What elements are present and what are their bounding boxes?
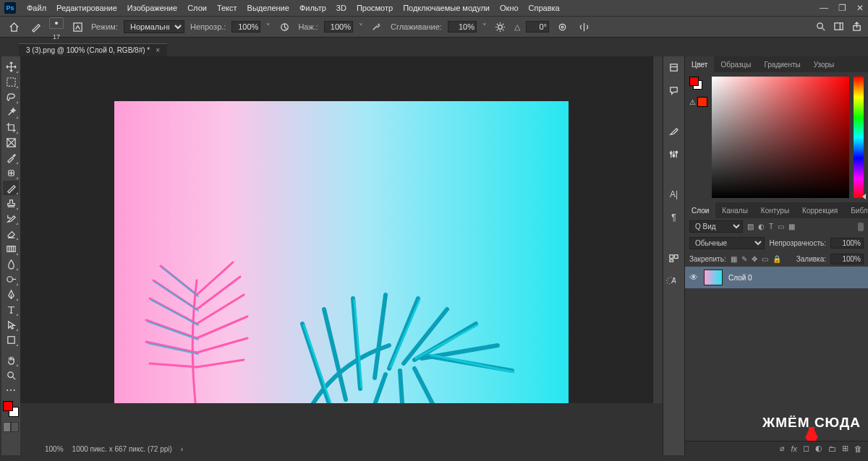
- lock-transp-icon[interactable]: ▦: [731, 255, 737, 263]
- panel-icon-styles[interactable]: ꙰A: [666, 275, 682, 288]
- history-brush-tool[interactable]: [3, 211, 19, 225]
- filter-image-icon[interactable]: ▧: [747, 223, 754, 231]
- close-icon[interactable]: ✕: [856, 3, 864, 13]
- lock-all-icon[interactable]: 🔒: [773, 255, 781, 263]
- menu-edit[interactable]: Редактирование: [51, 4, 122, 12]
- document-tab[interactable]: 3 (3).png @ 100% (Слой 0, RGB/8#) * ×: [19, 43, 167, 56]
- group-icon[interactable]: 🗀: [828, 444, 836, 453]
- gradient-tool[interactable]: [3, 241, 19, 256]
- type-tool[interactable]: [3, 302, 19, 316]
- brush-panel-icon[interactable]: [69, 19, 85, 35]
- lock-paint-icon[interactable]: ✎: [741, 255, 747, 263]
- brush-tool[interactable]: [3, 181, 19, 195]
- minimize-icon[interactable]: —: [820, 3, 828, 13]
- menu-layers[interactable]: Слои: [182, 4, 212, 12]
- tab-libraries[interactable]: Библиотеки: [844, 202, 868, 218]
- layer-opacity-input[interactable]: [830, 238, 864, 249]
- filter-adjust-icon[interactable]: ◐: [758, 223, 765, 231]
- panel-icon-char[interactable]: A|: [666, 188, 682, 201]
- layer-filter-select[interactable]: Q Вид: [689, 220, 743, 233]
- gamut-warn-swatch[interactable]: [697, 97, 707, 107]
- adjustment-layer-icon[interactable]: ◐: [815, 444, 822, 453]
- lasso-tool[interactable]: [3, 90, 19, 104]
- filter-shape-icon[interactable]: ▭: [778, 223, 784, 231]
- delete-layer-icon[interactable]: 🗑: [854, 444, 862, 453]
- mask-icon[interactable]: ◻: [803, 444, 809, 453]
- hand-tool[interactable]: [3, 353, 19, 367]
- panel-icon-brushes[interactable]: [666, 124, 682, 137]
- tab-color[interactable]: Цвет: [685, 56, 714, 72]
- panel-icon-paragraph[interactable]: ¶: [666, 211, 682, 224]
- panel-icon-history[interactable]: [666, 61, 682, 74]
- color-field[interactable]: [712, 77, 849, 198]
- share-icon[interactable]: [851, 21, 862, 33]
- doc-info-chevron[interactable]: ›: [181, 445, 183, 453]
- layer-filter-icons[interactable]: ▧ ◐ T ▭ ▦: [747, 223, 795, 231]
- blend-mode-select[interactable]: Нормальный: [124, 20, 184, 33]
- tab-paths[interactable]: Контуры: [754, 202, 796, 218]
- eyedropper-tool[interactable]: [3, 150, 19, 165]
- vertical-scrollbar[interactable]: [652, 56, 663, 403]
- color-swatches[interactable]: [3, 401, 19, 417]
- symmetry-icon[interactable]: [576, 19, 592, 35]
- crop-tool[interactable]: [3, 120, 19, 134]
- layer-name[interactable]: Слой 0: [728, 274, 752, 282]
- shape-tool[interactable]: [3, 332, 19, 347]
- move-tool[interactable]: [3, 59, 19, 74]
- tab-gradients[interactable]: Градиенты: [757, 56, 807, 72]
- eraser-tool[interactable]: [3, 226, 19, 241]
- menu-text[interactable]: Текст: [212, 4, 242, 12]
- smooth-settings-icon[interactable]: [493, 19, 509, 35]
- foreground-swatch[interactable]: [3, 401, 13, 411]
- lock-pos-icon[interactable]: ✥: [752, 255, 757, 263]
- screen-mode-toggle[interactable]: [3, 422, 19, 432]
- menu-window[interactable]: Окно: [495, 4, 524, 12]
- menu-image[interactable]: Изображение: [122, 4, 182, 12]
- menu-3d[interactable]: 3D: [331, 4, 352, 12]
- angle-input[interactable]: [526, 21, 549, 33]
- picker-swatches[interactable]: [689, 77, 702, 90]
- healing-tool[interactable]: [3, 165, 19, 180]
- layer-thumb[interactable]: [704, 270, 723, 285]
- filter-toggle[interactable]: [858, 223, 864, 231]
- airbrush-icon[interactable]: [369, 19, 385, 35]
- tab-patterns[interactable]: Узоры: [807, 56, 841, 72]
- filter-smart-icon[interactable]: ▦: [788, 223, 795, 231]
- marquee-tool[interactable]: [3, 74, 19, 89]
- flow-input[interactable]: [324, 21, 353, 33]
- brush-tool-icon[interactable]: [27, 19, 43, 35]
- search-icon[interactable]: [815, 21, 826, 33]
- pen-tool[interactable]: [3, 287, 19, 301]
- panel-icon-comments[interactable]: [666, 84, 682, 97]
- tab-adjustments[interactable]: Коррекция: [796, 202, 844, 218]
- frame-tool[interactable]: [3, 135, 19, 150]
- fill-input[interactable]: [830, 254, 864, 264]
- doc-info[interactable]: 1000 пикс. x 667 пикс. (72 ppi): [72, 445, 172, 453]
- workspace-icon[interactable]: [833, 21, 844, 33]
- hue-slider[interactable]: [854, 77, 864, 198]
- menu-filter[interactable]: Фильтр: [294, 4, 331, 12]
- fx-icon[interactable]: fx: [791, 444, 797, 453]
- panel-icon-adjust[interactable]: [666, 147, 682, 160]
- stamp-tool[interactable]: [3, 196, 19, 210]
- smooth-input[interactable]: [448, 21, 477, 33]
- opacity-input[interactable]: [231, 21, 260, 33]
- tab-swatches[interactable]: Образцы: [714, 56, 757, 72]
- layer-row-0[interactable]: 👁 Слой 0: [685, 267, 868, 288]
- document-canvas[interactable]: [114, 101, 569, 403]
- lock-nest-icon[interactable]: ▭: [762, 255, 768, 263]
- edit-toolbar[interactable]: ⋯: [3, 383, 19, 397]
- menu-view[interactable]: Просмотр: [352, 4, 398, 12]
- new-layer-icon[interactable]: ⊞: [842, 444, 848, 453]
- zoom-tool[interactable]: [3, 368, 19, 382]
- brush-preview[interactable]: [49, 17, 64, 29]
- path-select-tool[interactable]: [3, 317, 19, 332]
- menu-file[interactable]: Файл: [22, 4, 51, 12]
- tab-channels[interactable]: Каналы: [715, 202, 754, 218]
- filter-type-icon[interactable]: T: [769, 223, 773, 231]
- tab-layers[interactable]: Слои: [685, 202, 715, 218]
- maximize-icon[interactable]: ❐: [838, 3, 846, 13]
- panel-icon-glyphs[interactable]: [666, 251, 682, 264]
- dodge-tool[interactable]: [3, 272, 19, 286]
- link-layers-icon[interactable]: ⌀: [780, 444, 785, 453]
